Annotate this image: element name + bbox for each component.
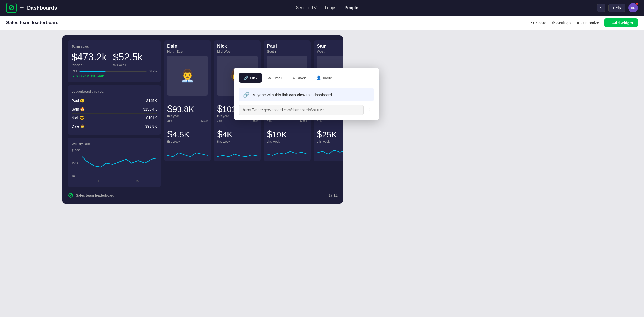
footer-time: 17:12 bbox=[328, 193, 338, 197]
customize-button[interactable]: ⊞ Customize bbox=[576, 20, 599, 25]
person-week-value: $25K bbox=[317, 129, 343, 140]
share-info-text: Anyone with this link can view this dash… bbox=[253, 93, 333, 97]
person-region: Mid-West bbox=[217, 50, 258, 53]
nav-send-to-tv[interactable]: Send to TV bbox=[296, 5, 317, 10]
app-title: Dashboards bbox=[27, 5, 57, 11]
progress-pct-label: 39% bbox=[72, 70, 77, 73]
header-right: ? Help DP bbox=[597, 3, 638, 12]
y-label-100k: $100K bbox=[72, 149, 80, 152]
mini-chart bbox=[167, 145, 208, 158]
person-region: North East bbox=[167, 50, 208, 53]
person-photo-placeholder: 👨‍💼 bbox=[167, 56, 208, 96]
person-year-stats-dale: $93.8K this year 31% $300k bbox=[164, 100, 211, 126]
x-label-mar: Mar bbox=[136, 180, 140, 183]
y-label-0: $0 bbox=[72, 174, 80, 177]
leaderboard-value: $133.4K bbox=[143, 107, 157, 111]
leaderboard-name: Sam 🤩 bbox=[72, 107, 85, 111]
mini-bar bbox=[174, 121, 199, 121]
person-name: Nick bbox=[217, 44, 258, 49]
header-left: ☰ Dashboards bbox=[6, 3, 57, 13]
weekly-chart-svg bbox=[82, 149, 157, 177]
share-tab-invite[interactable]: 👤Invite bbox=[312, 73, 337, 83]
progress-bar-wrap: 39% $1.2m bbox=[72, 70, 157, 73]
avatar[interactable]: DP bbox=[628, 3, 638, 12]
leaderboard-value: $145K bbox=[146, 99, 157, 103]
mini-bar bbox=[324, 121, 343, 121]
person-week-stats-paul: $19K this week bbox=[264, 126, 311, 161]
leaderboard-rows: Paul 😐$145KSam 🤩$133.4KNick 😎$101KDale 🤠… bbox=[72, 97, 157, 130]
this-week-block: $52.5k this week bbox=[113, 52, 143, 67]
nav-loops[interactable]: Loops bbox=[325, 5, 336, 10]
person-region: South bbox=[267, 50, 307, 53]
page-toolbar: Sales team leaderboard ↪ Share ⚙ Setting… bbox=[0, 16, 644, 30]
person-week-value: $4.5K bbox=[167, 129, 208, 140]
person-week-value: $4K bbox=[217, 129, 258, 140]
person-week-stats-sam: $25K this week bbox=[314, 126, 343, 161]
share-info-box: 🔗 Anyone with this link can view this da… bbox=[239, 88, 374, 101]
progress-bar bbox=[79, 71, 147, 72]
share-icon: ↪ bbox=[531, 20, 534, 25]
person-name: Paul bbox=[267, 44, 307, 49]
person-name: Dale bbox=[167, 44, 208, 49]
help-question-button[interactable]: ? bbox=[597, 4, 605, 12]
person-week-label: this week bbox=[167, 140, 208, 143]
mini-fill bbox=[274, 121, 286, 121]
email-icon: ✉ bbox=[268, 75, 271, 80]
share-popup: 🔗Link✉Email#Slack👤Invite 🔗 Anyone with t… bbox=[234, 68, 379, 120]
progress-max-label: $1.2m bbox=[149, 70, 157, 73]
leaderboard-name: Dale 🤠 bbox=[72, 124, 85, 128]
mini-fill bbox=[224, 121, 232, 121]
app-logo[interactable] bbox=[6, 3, 17, 13]
x-label-feb: Feb bbox=[98, 180, 103, 183]
x-axis-labels: Feb Mar bbox=[82, 180, 157, 183]
weekly-chart-area: $100K $50K $0 Feb Mar bbox=[72, 149, 157, 183]
team-sales-widget: Team sales $473.2k this year $52.5k this… bbox=[68, 40, 161, 82]
person-col-dale: Dale North East 👨‍💼 $93.8K this year 31%… bbox=[164, 40, 211, 187]
person-photo: 👨‍💼 bbox=[167, 56, 208, 96]
settings-button[interactable]: ⚙ Settings bbox=[552, 20, 571, 25]
footer-title: Sales team leaderboard bbox=[76, 193, 115, 197]
this-week-value: $52.5k bbox=[113, 52, 143, 63]
weekly-sales-widget: Weekly sales $100K $50K $0 Feb bbox=[68, 138, 161, 187]
progress-fill bbox=[79, 71, 106, 72]
person-header-dale: Dale North East 👨‍💼 bbox=[164, 40, 211, 100]
link-icon: 🔗 bbox=[244, 75, 249, 80]
this-year-block: $473.2k this year bbox=[72, 52, 107, 67]
y-axis-labels: $100K $50K $0 bbox=[72, 149, 80, 177]
footer-logo-area: Sales team leaderboard bbox=[68, 192, 115, 198]
mini-max-label: $300k bbox=[201, 120, 208, 122]
person-week-label: this week bbox=[217, 140, 258, 143]
leaderboard-widget: Leaderboard this year Paul 😐$145KSam 🤩$1… bbox=[68, 85, 161, 135]
person-week-value: $19K bbox=[267, 129, 307, 140]
share-link-options-button[interactable]: ⋮ bbox=[366, 106, 374, 114]
person-year-label: this year bbox=[167, 114, 208, 118]
person-year-value: $93.8K bbox=[167, 104, 208, 114]
nav-people[interactable]: People bbox=[345, 5, 358, 10]
main-content: Team sales $473.2k this year $52.5k this… bbox=[0, 30, 644, 209]
add-widget-button[interactable]: + Add widget bbox=[604, 18, 638, 27]
share-button[interactable]: ↪ Share bbox=[531, 20, 546, 25]
share-link-input[interactable] bbox=[239, 105, 364, 115]
y-label-50k: $50K bbox=[72, 162, 80, 165]
share-tabs: 🔗Link✉Email#Slack👤Invite bbox=[239, 73, 374, 83]
link-icon-large: 🔗 bbox=[243, 92, 250, 98]
leaderboard-title: Leaderboard this year bbox=[72, 89, 157, 93]
leaderboard-row: Dale 🤠$93.8K bbox=[72, 122, 157, 130]
share-tab-email[interactable]: ✉Email bbox=[263, 73, 287, 83]
app-header: ☰ Dashboards Send to TV Loops People ? H… bbox=[0, 0, 644, 16]
left-panel: Team sales $473.2k this year $52.5k this… bbox=[68, 40, 161, 187]
leaderboard-row: Sam 🤩$133.4K bbox=[72, 105, 157, 114]
page-title: Sales team leaderboard bbox=[6, 20, 59, 25]
share-tab-slack[interactable]: #Slack bbox=[288, 73, 311, 83]
weekly-title: Weekly sales bbox=[72, 142, 157, 146]
team-sales-title: Team sales bbox=[72, 45, 157, 49]
share-tab-link[interactable]: 🔗Link bbox=[239, 73, 262, 83]
mini-chart bbox=[317, 145, 343, 158]
help-button[interactable]: Help bbox=[608, 4, 625, 12]
leaderboard-value: $93.8K bbox=[145, 124, 157, 128]
mini-bar bbox=[224, 121, 249, 121]
menu-icon[interactable]: ☰ bbox=[20, 5, 24, 11]
chart-svg-wrap: Feb Mar bbox=[82, 149, 157, 183]
person-region: West bbox=[317, 50, 343, 53]
slack-icon: # bbox=[293, 76, 295, 80]
